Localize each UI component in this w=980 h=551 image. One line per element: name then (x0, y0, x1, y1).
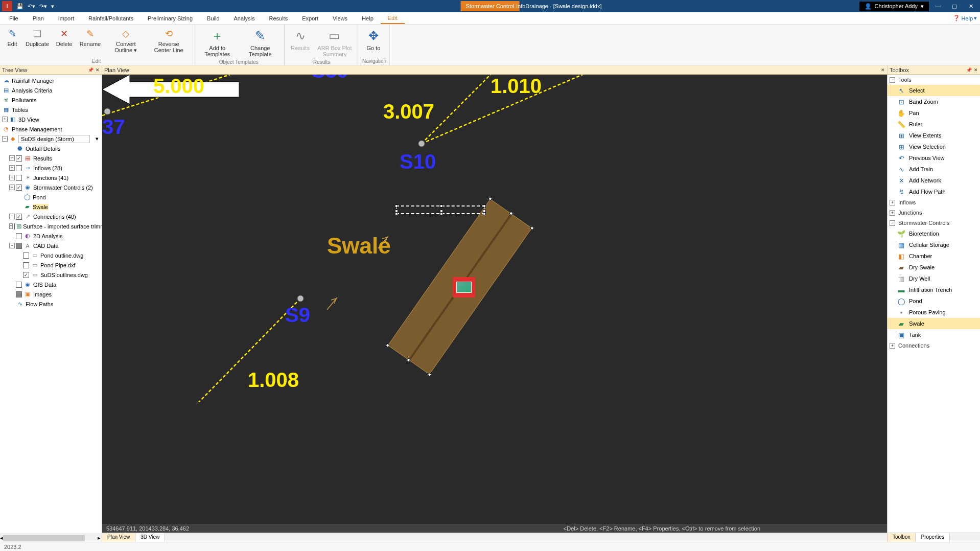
help-button[interactable]: ❓ Help ▾ (953, 15, 977, 21)
maximize-button[interactable]: ▢ (947, 1, 962, 11)
ribbon-convert-outline--button[interactable]: ◇Convert Outline ▾ (105, 26, 147, 56)
expand-icon[interactable]: + (9, 223, 13, 229)
tree-node[interactable]: ▦Tables (0, 105, 102, 114)
tree-node-label[interactable]: Pond Pipe.dxf (40, 262, 76, 268)
tree-node-label[interactable]: Outfall Details (26, 146, 60, 152)
tab-plan-view[interactable]: Plan View (102, 533, 135, 542)
tree-node[interactable]: ▤Analysis Criteria (0, 85, 102, 95)
ribbon-rename-button[interactable]: ✎Rename (77, 26, 104, 56)
expand-icon[interactable]: − (2, 136, 8, 142)
tree-node-label[interactable]: GIS Data (33, 282, 56, 288)
tab-toolbox[interactable]: Toolbox (888, 533, 916, 542)
minimize-button[interactable]: — (931, 1, 945, 11)
tree-node[interactable]: ∿Flow Paths (0, 299, 102, 309)
toolbox-item-infiltration-trench[interactable]: ▬Infiltration Trench (888, 284, 980, 295)
pin-icon[interactable]: 📌 (88, 67, 94, 73)
tree-node-label[interactable]: SuDS outlines.dwg (40, 272, 88, 278)
checkbox[interactable] (16, 165, 22, 171)
toolbox-item-swale[interactable]: ▰Swale (888, 318, 980, 329)
tree-node[interactable]: ◔Phase Management (0, 124, 102, 134)
tree-node[interactable]: +▧Surface - imported surface trimmed (0, 221, 102, 231)
menu-item-import[interactable]: Import (51, 13, 81, 24)
tree-node-label[interactable]: Surface - imported surface trimmed (23, 223, 102, 229)
tree-node[interactable]: −◆SuDS design (Storm) ▾ (0, 134, 102, 144)
tree-node[interactable]: −◉Stormwater Controls (2) (0, 182, 102, 192)
checkbox[interactable] (16, 214, 22, 220)
toolbox-item-dry-swale[interactable]: ▰Dry Swale (888, 262, 980, 273)
chevron-down-icon[interactable]: ▾ (96, 135, 99, 142)
tree-node[interactable]: +✶Junctions (41) (0, 173, 102, 182)
expand-icon[interactable]: + (9, 165, 15, 171)
tree-node[interactable]: +◧3D View (0, 114, 102, 124)
checkbox[interactable] (23, 262, 29, 268)
qat-redo-icon[interactable]: ↷▾ (39, 3, 47, 10)
ribbon-add-to-templates-button[interactable]: ＋Add to Templates (196, 26, 238, 59)
toolbox-item-select[interactable]: ↖Select (888, 85, 980, 96)
tree-node[interactable]: ☁Rainfall Manager (0, 76, 102, 85)
toolbox-item-pan[interactable]: ✋Pan (888, 107, 980, 119)
checkbox[interactable] (16, 282, 22, 288)
tree-node[interactable]: ◯Pond (0, 192, 102, 202)
toolbox-item-add-train[interactable]: ∿Add Train (888, 164, 980, 175)
menu-item-export[interactable]: Export (295, 13, 325, 24)
close-icon[interactable]: ✕ (974, 67, 978, 73)
tree-node-label[interactable]: Swale (33, 204, 48, 210)
tree-node-label[interactable]: Tables (12, 107, 28, 113)
toolbox-item-cellular-storage[interactable]: ▦Cellular Storage (888, 239, 980, 250)
tree-node[interactable]: +↗Connections (40) (0, 212, 102, 221)
ribbon-go-to-button[interactable]: ✥Go to (362, 26, 385, 53)
tree-node[interactable]: ▰Swale (0, 202, 102, 212)
menu-item-views[interactable]: Views (325, 13, 355, 24)
toolbox-category[interactable]: +Connections (888, 340, 980, 351)
toolbox-item-pond[interactable]: ◯Pond (888, 295, 980, 307)
toolbox-category[interactable]: −Tools (888, 75, 980, 85)
close-icon[interactable]: ✕ (96, 67, 100, 73)
menu-item-file[interactable]: File (2, 13, 26, 24)
checkbox[interactable] (14, 223, 15, 229)
plan-canvas[interactable]: 5.000 1.010 3.007 1.008 37 S30 S10 S9 Sw… (102, 75, 887, 524)
menu-item-build[interactable]: Build (200, 13, 226, 24)
toolbox-item-porous-paving[interactable]: ▪Porous Paving (888, 307, 980, 318)
tree-node[interactable]: ▭Pond outline.dwg (0, 250, 102, 260)
checkbox[interactable] (16, 175, 22, 181)
toolbox-category[interactable]: +Inflows (888, 197, 980, 208)
tree-node-label[interactable]: Pond (33, 194, 46, 200)
expand-icon[interactable]: − (890, 77, 895, 83)
tab-3d-view[interactable]: 3D View (135, 533, 165, 542)
expand-icon[interactable]: − (9, 243, 15, 248)
expand-icon[interactable]: − (9, 185, 15, 190)
tree-node[interactable]: −ACAD Data (0, 241, 102, 250)
expand-icon[interactable]: + (890, 343, 895, 349)
qat-save-icon[interactable]: 💾 (16, 3, 24, 10)
tree-node-label[interactable]: Stormwater Controls (2) (33, 185, 93, 191)
tree-node-label[interactable]: SuDS design (Storm) (18, 135, 90, 143)
tree-node-label[interactable]: Pollutants (12, 97, 36, 103)
tree-node-label[interactable]: CAD Data (33, 243, 59, 249)
tree-node-label[interactable]: 3D View (18, 117, 39, 123)
tree-scrollbar[interactable]: ◂ ▸ (0, 534, 102, 542)
tree-node[interactable]: ◉GIS Data (0, 280, 102, 289)
toolbox-category[interactable]: +Junctions (888, 208, 980, 218)
tree-node-label[interactable]: Phase Management (12, 126, 62, 132)
menu-item-rainfall-pollutants[interactable]: Rainfall/Pollutants (81, 13, 141, 24)
tree-node-label[interactable]: Results (33, 155, 52, 162)
tree-node[interactable]: ▣Images (0, 289, 102, 299)
tree-node-label[interactable]: Flow Paths (26, 301, 53, 307)
tree-node-label[interactable]: Inflows (28) (33, 165, 62, 171)
toolbox-item-chamber[interactable]: ◧Chamber (888, 250, 980, 262)
expand-icon[interactable]: + (2, 117, 8, 122)
toolbox-category[interactable]: −Stormwater Controls (888, 218, 980, 228)
toolbox-item-ruler[interactable]: 📏Ruler (888, 119, 980, 130)
tree-node[interactable]: +➙Inflows (28) (0, 163, 102, 173)
swale-object-icon[interactable] (453, 277, 475, 297)
ribbon-reverse-center-line-button[interactable]: ⟲Reverse Center Line (148, 26, 190, 56)
expand-icon[interactable]: + (9, 175, 15, 180)
toolbox-item-band-zoom[interactable]: ⊡Band Zoom (888, 96, 980, 107)
toolbox-item-tank[interactable]: ▣Tank (888, 329, 980, 340)
checkbox[interactable] (23, 252, 29, 259)
checkbox[interactable] (16, 233, 22, 239)
checkbox[interactable] (16, 185, 22, 191)
tree-node[interactable]: ▭SuDS outlines.dwg (0, 270, 102, 280)
ribbon-delete-button[interactable]: ✕Delete (53, 26, 76, 56)
tree-node-label[interactable]: Pond outline.dwg (40, 252, 83, 259)
